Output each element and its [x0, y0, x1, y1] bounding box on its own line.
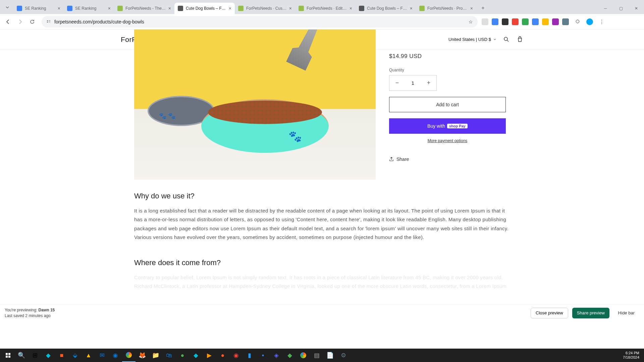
ext-icon-4[interactable]	[512, 18, 519, 25]
svg-rect-6	[8, 353, 10, 355]
product-description: Why do we use it? It is a long establish…	[134, 192, 510, 291]
taskbar-edge[interactable]: ◉	[109, 349, 122, 362]
share-button[interactable]: Share	[389, 157, 510, 162]
svg-rect-1	[49, 20, 50, 21]
ext-icon-8[interactable]	[552, 18, 559, 25]
taskbar-store[interactable]: 🛍	[162, 349, 176, 362]
close-preview-button[interactable]: Close preview	[531, 308, 568, 318]
tab-title: Cute Dog Bowls – ForPetsN	[186, 6, 227, 11]
cart-icon[interactable]	[517, 36, 523, 43]
back-button[interactable]	[3, 16, 13, 27]
buy-now-shoppay-button[interactable]: Buy with shop Pay	[389, 118, 506, 134]
locale-selector[interactable]: United States | USD $	[448, 37, 496, 42]
hide-bar-button[interactable]: Hide bar	[613, 308, 639, 318]
product-image[interactable]	[134, 29, 376, 180]
taskbar-app-14[interactable]: ◉	[229, 349, 243, 362]
product-price: $14.99 USD	[389, 53, 510, 60]
page-viewport: ForPetsNeeds Home Catalog Promotions Blo…	[0, 29, 644, 333]
ext-icon-2[interactable]	[492, 18, 498, 25]
site-settings-icon[interactable]	[46, 19, 51, 24]
favicon	[17, 6, 22, 11]
taskbar-app-1[interactable]: ◆	[42, 349, 55, 362]
taskbar-firefox[interactable]: 🦊	[136, 349, 149, 362]
taskbar-zoom[interactable]: ▪	[256, 349, 270, 362]
tab-product-active[interactable]: Cute Dog Bowls – ForPetsN ×	[174, 3, 235, 14]
close-icon[interactable]: ×	[410, 6, 413, 11]
maximize-button[interactable]: ▢	[613, 3, 629, 14]
search-button[interactable]: 🔍	[15, 349, 28, 362]
start-button[interactable]	[1, 349, 15, 362]
tab-themes[interactable]: ForPetsNeeds - Themes - S ×	[114, 3, 174, 14]
new-tab-button[interactable]: +	[478, 3, 488, 13]
add-to-cart-button[interactable]: Add to cart	[389, 97, 506, 112]
extensions-button[interactable]	[572, 16, 583, 27]
profile-icon[interactable]	[586, 18, 593, 25]
taskbar-app-2[interactable]: ■	[55, 349, 68, 362]
menu-button[interactable]: ⋮	[596, 16, 607, 27]
product-page: $14.99 USD Quantity − 1 + Add to cart Bu…	[121, 50, 523, 291]
taskbar-app-20[interactable]: ▤	[310, 349, 323, 362]
taskbar-chrome[interactable]	[122, 349, 136, 362]
share-preview-button[interactable]: Share preview	[572, 308, 609, 318]
taskbar-app-18[interactable]: ◆	[283, 349, 297, 362]
ext-icon-7[interactable]	[542, 18, 549, 25]
task-view-button[interactable]: ⊞	[28, 349, 42, 362]
bookmark-icon[interactable]: ☆	[469, 19, 473, 24]
more-payment-options-link[interactable]: More payment options	[389, 138, 506, 143]
reload-button[interactable]	[27, 16, 38, 27]
taskbar-app-13[interactable]: ●	[216, 349, 229, 362]
favicon	[238, 6, 244, 11]
taskbar-notes[interactable]: 📄	[323, 349, 337, 362]
taskbar-app-10[interactable]: ●	[176, 349, 189, 362]
taskbar-chrome-2[interactable]	[297, 349, 310, 362]
svg-point-4	[504, 37, 507, 41]
taskbar-app-15[interactable]: ▮	[243, 349, 256, 362]
close-icon[interactable]: ×	[108, 6, 111, 11]
close-icon[interactable]: ×	[470, 6, 473, 11]
tab-title: Cute Dog Bowls – ForPetsN	[367, 6, 408, 11]
quantity-value[interactable]: 1	[405, 75, 421, 90]
browser-toolbar: forpetsneeds.com/products/cute-dog-bowls…	[0, 14, 644, 29]
tab-product-2[interactable]: Cute Dog Bowls – ForPetsN ×	[356, 3, 416, 14]
favicon	[178, 6, 183, 11]
close-icon[interactable]: ×	[350, 6, 352, 11]
taskbar-app-22[interactable]: ⚙	[337, 349, 350, 362]
quantity-increase-button[interactable]: +	[421, 75, 436, 90]
taskbar-mail[interactable]: ✉	[95, 349, 109, 362]
taskbar-explorer[interactable]: 📁	[149, 349, 162, 362]
address-bar[interactable]: forpetsneeds.com/products/cute-dog-bowls…	[42, 16, 478, 27]
tab-se-ranking-2[interactable]: SE Ranking ×	[64, 3, 114, 14]
quantity-decrease-button[interactable]: −	[389, 75, 405, 90]
tab-edit[interactable]: ForPetsNeeds · Edit ~ Da ×	[295, 3, 356, 14]
svg-rect-3	[49, 22, 50, 22]
close-icon[interactable]: ×	[229, 6, 231, 11]
ext-icon-9[interactable]	[562, 18, 569, 25]
ext-icon-1[interactable]	[482, 18, 488, 25]
forward-button[interactable]	[15, 16, 25, 27]
taskbar-app-11[interactable]: ◆	[189, 349, 203, 362]
close-icon[interactable]: ×	[289, 6, 292, 11]
search-icon[interactable]	[503, 36, 510, 43]
svg-rect-0	[47, 20, 48, 21]
favicon	[117, 6, 123, 11]
minimize-button[interactable]: ─	[598, 3, 613, 14]
close-icon[interactable]: ×	[168, 6, 171, 11]
taskbar-app-12[interactable]: ▶	[203, 349, 216, 362]
tab-search-dropdown[interactable]	[3, 3, 12, 12]
ext-icon-3[interactable]	[502, 18, 508, 25]
section-body-where: Contrary to popular belief, Lorem Ipsum …	[134, 273, 510, 291]
taskbar-app-4[interactable]: ▲	[82, 349, 95, 362]
ext-icon-6[interactable]	[532, 18, 539, 25]
tab-products[interactable]: ForPetsNeeds · Products ×	[416, 3, 476, 14]
tab-customize[interactable]: ForPetsNeeds · Customize ×	[235, 3, 295, 14]
clock[interactable]: 6:24 PM 7/18/2024	[623, 351, 639, 360]
close-window-button[interactable]: ✕	[629, 3, 644, 14]
tab-se-ranking-1[interactable]: SE Ranking ×	[13, 3, 64, 14]
tab-title: SE Ranking	[75, 6, 106, 11]
taskbar-vscode[interactable]: ⬙	[68, 349, 82, 362]
system-tray[interactable]: 6:24 PM 7/18/2024	[623, 351, 643, 360]
close-icon[interactable]: ×	[58, 6, 60, 11]
taskbar-discord[interactable]: ◈	[270, 349, 283, 362]
ext-icon-5[interactable]	[522, 18, 529, 25]
shoppay-logo: shop Pay	[447, 124, 468, 128]
